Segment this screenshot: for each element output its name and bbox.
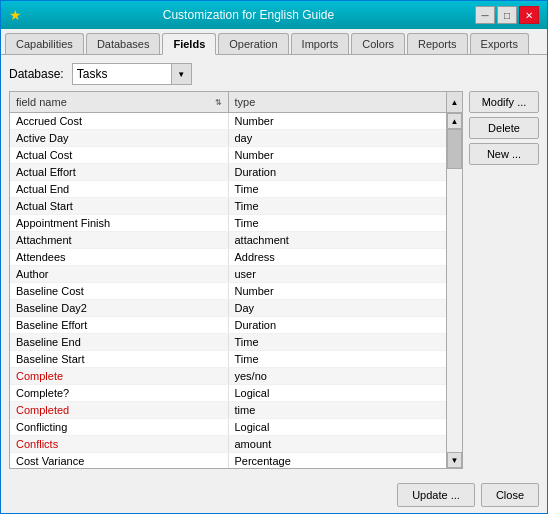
table-row[interactable]: Actual StartTime (10, 198, 446, 215)
cell-field-name: Complete? (10, 385, 229, 401)
table-row[interactable]: Baseline EffortDuration (10, 317, 446, 334)
database-select[interactable]: Tasks ▼ (72, 63, 192, 85)
tab-imports[interactable]: Imports (291, 33, 350, 54)
cell-field-name: Complete (10, 368, 229, 384)
table-row[interactable]: Actual EndTime (10, 181, 446, 198)
main-window: ★ Customization for English Guide ─ □ ✕ … (0, 0, 548, 514)
cell-type: Percentage (229, 453, 447, 468)
main-area: field name ⇅ type ▲ Accrued CostNumberAc… (9, 91, 539, 469)
cell-type: Time (229, 334, 447, 350)
cell-field-name: Completed (10, 402, 229, 418)
table-row[interactable]: Baseline StartTime (10, 351, 446, 368)
scrollbar-thumb[interactable] (447, 129, 462, 169)
table-row[interactable]: Appointment FinishTime (10, 215, 446, 232)
table-row[interactable]: Baseline Day2Day (10, 300, 446, 317)
tab-exports[interactable]: Exports (470, 33, 529, 54)
scrollbar-down-button[interactable]: ▼ (447, 452, 462, 468)
table-row[interactable]: Baseline EndTime (10, 334, 446, 351)
cell-type: Number (229, 283, 447, 299)
cell-type: Time (229, 181, 447, 197)
tab-operation[interactable]: Operation (218, 33, 288, 54)
header-field-name: field name ⇅ (10, 92, 229, 112)
cell-field-name: Author (10, 266, 229, 282)
cell-field-name: Cost Variance (10, 453, 229, 468)
scroll-up-header[interactable]: ▲ (446, 92, 462, 112)
scrollbar[interactable]: ▲ ▼ (446, 113, 462, 468)
cell-type: Time (229, 351, 447, 367)
cell-field-name: Accrued Cost (10, 113, 229, 129)
sort-icon: ⇅ (215, 98, 222, 107)
window-title: Customization for English Guide (22, 8, 475, 22)
table-body: Accrued CostNumberActive DaydayActual Co… (10, 113, 446, 468)
cell-type: Address (229, 249, 447, 265)
table-row[interactable]: Complete?Logical (10, 385, 446, 402)
tab-reports[interactable]: Reports (407, 33, 468, 54)
cell-type: Number (229, 113, 447, 129)
table-row[interactable]: Accrued CostNumber (10, 113, 446, 130)
cell-field-name: Baseline End (10, 334, 229, 350)
side-buttons: Modify ... Delete New ... (469, 91, 539, 469)
app-icon: ★ (9, 7, 22, 23)
tab-colors[interactable]: Colors (351, 33, 405, 54)
cell-field-name: Baseline Cost (10, 283, 229, 299)
cell-type: yes/no (229, 368, 447, 384)
delete-button[interactable]: Delete (469, 117, 539, 139)
cell-type: Time (229, 215, 447, 231)
cell-type: Number (229, 147, 447, 163)
fields-table: field name ⇅ type ▲ Accrued CostNumberAc… (9, 91, 463, 469)
modify-button[interactable]: Modify ... (469, 91, 539, 113)
title-bar: ★ Customization for English Guide ─ □ ✕ (1, 1, 547, 29)
cell-field-name: Attachment (10, 232, 229, 248)
cell-type: Logical (229, 385, 447, 401)
new-button[interactable]: New ... (469, 143, 539, 165)
tab-bar: Capabilities Databases Fields Operation … (1, 29, 547, 55)
database-value: Tasks (73, 65, 171, 83)
cell-field-name: Conflicts (10, 436, 229, 452)
cell-field-name: Conflicting (10, 419, 229, 435)
table-row[interactable]: Actual EffortDuration (10, 164, 446, 181)
table-row[interactable]: Attachmentattachment (10, 232, 446, 249)
minimize-button[interactable]: ─ (475, 6, 495, 24)
window-controls: ─ □ ✕ (475, 6, 539, 24)
cell-field-name: Active Day (10, 130, 229, 146)
table-row[interactable]: Completedtime (10, 402, 446, 419)
cell-type: user (229, 266, 447, 282)
database-row: Database: Tasks ▼ (9, 63, 539, 85)
cell-field-name: Baseline Start (10, 351, 229, 367)
scrollbar-up-button[interactable]: ▲ (447, 113, 462, 129)
cell-type: Time (229, 198, 447, 214)
table-row[interactable]: AttendeesAddress (10, 249, 446, 266)
cell-field-name: Actual Cost (10, 147, 229, 163)
tab-fields[interactable]: Fields (162, 33, 216, 55)
cell-field-name: Baseline Day2 (10, 300, 229, 316)
table-row[interactable]: Actual CostNumber (10, 147, 446, 164)
scrollbar-track-area[interactable] (447, 129, 462, 452)
cell-type: Day (229, 300, 447, 316)
database-label: Database: (9, 67, 64, 81)
database-dropdown-arrow[interactable]: ▼ (171, 64, 191, 84)
cell-type: day (229, 130, 447, 146)
table-row[interactable]: Active Dayday (10, 130, 446, 147)
cell-type: Duration (229, 317, 447, 333)
update-button[interactable]: Update ... (397, 483, 475, 507)
header-type: type (229, 92, 447, 112)
table-row[interactable]: ConflictingLogical (10, 419, 446, 436)
cell-type: Logical (229, 419, 447, 435)
cell-type: amount (229, 436, 447, 452)
content-area: Database: Tasks ▼ field name ⇅ type ▲ (1, 55, 547, 477)
tab-databases[interactable]: Databases (86, 33, 161, 54)
maximize-button[interactable]: □ (497, 6, 517, 24)
cell-type: attachment (229, 232, 447, 248)
cell-field-name: Appointment Finish (10, 215, 229, 231)
table-row[interactable]: Conflictsamount (10, 436, 446, 453)
table-row[interactable]: Cost VariancePercentage (10, 453, 446, 468)
cell-field-name: Actual Start (10, 198, 229, 214)
table-row[interactable]: Baseline CostNumber (10, 283, 446, 300)
tab-capabilities[interactable]: Capabilities (5, 33, 84, 54)
close-button[interactable]: Close (481, 483, 539, 507)
cell-field-name: Attendees (10, 249, 229, 265)
close-window-button[interactable]: ✕ (519, 6, 539, 24)
table-row[interactable]: Completeyes/no (10, 368, 446, 385)
cell-field-name: Actual Effort (10, 164, 229, 180)
table-row[interactable]: Authoruser (10, 266, 446, 283)
